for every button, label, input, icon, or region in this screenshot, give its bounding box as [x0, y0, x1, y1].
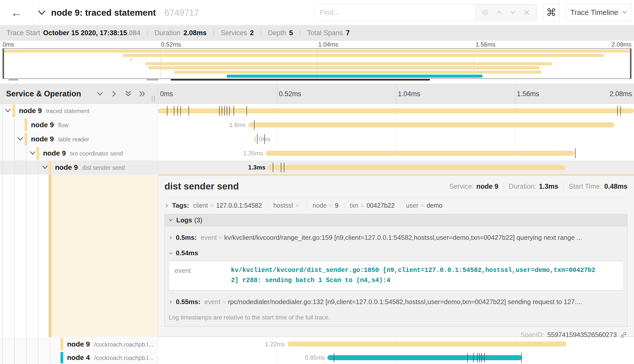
tag-key: node [313, 202, 327, 209]
tree-indent-guide [2, 337, 3, 351]
minimap-span-bar [227, 75, 482, 78]
tree-indent-guide [38, 160, 38, 175]
collapse-all-double-chevron-down-icon[interactable] [124, 90, 132, 98]
back-button[interactable]: ← [0, 0, 33, 25]
span-name-label[interactable]: node 9dist sender send [55, 160, 125, 175]
info-label: Total Spans [307, 29, 343, 37]
span-tag: client=127.0.0.1:54582 [193, 202, 268, 209]
minimap-span-bar [174, 71, 541, 74]
minimap-scroll-mark[interactable] [9, 79, 18, 80]
span-row-left-background [0, 118, 158, 132]
span-name-label[interactable]: node 9table reader [31, 132, 89, 146]
span-row[interactable]: node 9txn coordinator send1.35ms [0, 146, 634, 160]
log-timestamp: 0.54ms [176, 249, 198, 257]
span-duration-bar[interactable] [266, 151, 575, 156]
span-tag: hostssl= [273, 202, 307, 209]
span-expander-chevron-icon[interactable] [17, 137, 24, 141]
tag-equals: = [361, 202, 364, 209]
span-row[interactable]: node 9flow1.6ms [0, 118, 634, 132]
span-duration-bar[interactable] [248, 122, 614, 127]
span-duration-bar[interactable] [268, 165, 565, 170]
keyboard-shortcuts-button[interactable]: ⌘ [543, 4, 560, 21]
service-name: node 9 [19, 104, 42, 118]
operation-name: txn coordinator send [70, 146, 123, 161]
log-field-value: kv/kvclient/kvcoord/dist_sender.go:1850 … [231, 265, 600, 286]
minimap-span-bar [4, 50, 630, 53]
clear-search-close-icon[interactable] [523, 9, 531, 16]
next-match-chevron-down-icon[interactable] [509, 9, 517, 16]
span-name-label[interactable]: node 9traced statement [19, 104, 90, 118]
span-name-label[interactable]: node 9/cockroach.roachpb.I... [67, 337, 153, 351]
logs-header[interactable]: Logs (3) [165, 214, 627, 226]
span-duration-label: 1.22ms [265, 337, 285, 351]
span-duration-bar[interactable] [254, 137, 256, 142]
tags-list: client=127.0.0.1:54582hostssl=node=9txn=… [193, 202, 453, 209]
info-separator [147, 30, 148, 36]
tags-row[interactable]: Tags: client=127.0.0.1:54582hostssl=node… [164, 202, 627, 209]
log-marker-tick [222, 106, 222, 116]
span-duration-bar[interactable] [327, 355, 522, 360]
log-marker-tick [484, 353, 485, 362]
tree-indent-guide [14, 337, 15, 351]
tag-value: 9 [335, 202, 339, 209]
tag-key: user [406, 202, 418, 209]
span-name-label[interactable]: node 9txn coordinator send [43, 146, 123, 160]
expand-one-chevron-right-icon[interactable] [110, 90, 118, 98]
spanid-label: SpanID: [520, 331, 544, 339]
span-row[interactable]: node 9dist sender send1.3ms [0, 160, 634, 175]
focus-target-icon[interactable] [481, 9, 489, 16]
span-expander-chevron-icon[interactable] [29, 151, 36, 156]
minimap-scroll-mark[interactable] [171, 79, 430, 80]
log-marker-tick [477, 353, 478, 362]
log-field-key: event [204, 298, 221, 306]
log-marker-tick [521, 353, 522, 362]
span-row[interactable]: node 9/cockroach.roachpb.I...1.22ms [0, 337, 634, 351]
span-name-label[interactable]: node 4/cockroach.roachpb.I... [67, 351, 153, 364]
tag-key: hostssl [273, 202, 293, 209]
log-entry-collapsed[interactable]: 0.55ms:event=rpc/nodedialer/nodedialer.g… [165, 290, 627, 306]
collapse-one-chevron-down-icon[interactable] [96, 90, 104, 98]
tree-indent-guide [38, 175, 38, 337]
log-field-key: event [169, 265, 231, 286]
span-color-strip [60, 352, 63, 363]
span-color-strip [25, 119, 27, 131]
tree-indent-guide [2, 104, 3, 118]
minimap-axis-label: 1.04ms [318, 41, 338, 48]
expand-all-double-chevron-right-icon[interactable] [139, 90, 146, 98]
log-marker-tick [229, 106, 230, 116]
minimap-axis-label: 0ms [3, 41, 14, 48]
copy-link-icon[interactable] [620, 331, 627, 339]
span-name-label[interactable]: node 9flow [31, 118, 69, 132]
info-label: Depth [268, 29, 286, 37]
span-duration-label: 1.35ms [243, 146, 263, 160]
span-expander-chevron-icon[interactable] [42, 165, 48, 170]
span-detail-title: dist sender send [164, 181, 239, 192]
tree-indent-guide [2, 118, 3, 132]
minimap-axis-label: 1.56ms [476, 41, 496, 48]
timeline-tick-label: 0ms [160, 84, 173, 104]
minimap-scroll-mark[interactable] [147, 79, 158, 80]
log-marker-tick [575, 148, 576, 158]
info-value: 2.08ms [183, 29, 207, 37]
log-marker-tick [284, 163, 284, 172]
column-resize-handle[interactable] [152, 96, 155, 102]
span-tag: node=9 [313, 202, 344, 209]
log-entries: 0.5ms:event=kv/kvclient/kvcoord/range_it… [165, 226, 627, 306]
prev-match-chevron-up-icon[interactable] [495, 9, 503, 16]
span-row[interactable]: node 4/cockroach.roachpb.I...0.85ms [0, 351, 634, 364]
log-entry-collapsed[interactable]: 0.5ms:event=kv/kvclient/kvcoord/range_it… [165, 226, 627, 242]
span-duration-bar[interactable] [287, 341, 566, 347]
trace-info-item: Services2 [221, 29, 254, 37]
service-operation-header: Service & Operation [0, 84, 158, 104]
log-marker-tick [254, 120, 255, 130]
span-row[interactable]: node 9traced statement [0, 104, 634, 118]
log-entry-expanded-header[interactable]: 0.54ms [165, 242, 627, 257]
log-summary-text: kv/kvclient/kvcoord/range_iter.go:159 [n… [224, 234, 624, 242]
span-detail-meta: Service:node 9Duration:1.3msStart Time:0… [449, 183, 627, 190]
span-expander-chevron-icon[interactable] [5, 109, 11, 113]
span-row[interactable]: node 9table reader0ms [0, 132, 634, 146]
find-input[interactable] [315, 4, 475, 20]
trace-view-dropdown[interactable]: Trace Timeline [566, 4, 632, 21]
collapse-trace-chevron-icon[interactable] [37, 10, 46, 16]
minimap[interactable] [3, 48, 631, 79]
